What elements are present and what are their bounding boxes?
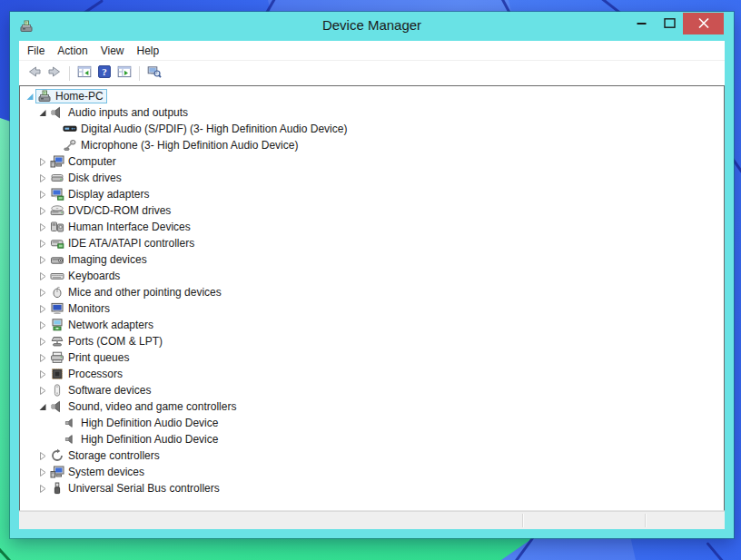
tree-item-content: High Definition Audio Device	[61, 432, 222, 447]
scan-hardware-icon	[147, 64, 162, 82]
maximize-icon	[664, 17, 676, 31]
tree-item-content: Network adapters	[48, 318, 157, 332]
collapse-arrow-icon[interactable]	[36, 107, 48, 118]
tree-item[interactable]: Processors	[20, 366, 724, 382]
tree-item[interactable]: Network adapters	[20, 317, 724, 333]
collapse-arrow-icon[interactable]	[24, 91, 35, 102]
tree-item-content: Audio inputs and outputs	[48, 105, 192, 120]
device-manager-icon	[37, 89, 52, 103]
wallpaper-line	[706, 542, 727, 560]
tree-item-content: Storage controllers	[48, 448, 163, 463]
expand-arrow-icon[interactable]	[36, 467, 48, 477]
tree-item-content: Print queues	[48, 350, 133, 365]
ports-icon	[50, 334, 64, 349]
tree-item-label: Display adapters	[68, 188, 149, 201]
expand-arrow-icon[interactable]	[36, 303, 48, 314]
collapse-arrow-icon[interactable]	[36, 401, 48, 412]
tree-item-label: Storage controllers	[68, 449, 160, 462]
menu-help[interactable]: Help	[131, 43, 166, 59]
expand-arrow-icon[interactable]	[36, 270, 48, 281]
tree-item[interactable]: Imaging devices	[20, 251, 724, 268]
tree-item[interactable]: High Definition Audio Device	[20, 431, 724, 447]
tree-item-label: High Definition Audio Device	[81, 417, 218, 429]
screen: Device Manager FileActionViewHelp ? Home…	[0, 0, 741, 560]
computer-icon	[50, 154, 64, 169]
tree-item[interactable]: Digital Audio (S/PDIF) (3- High Definiti…	[20, 121, 724, 137]
tree-item[interactable]: Sound, video and game controllers	[20, 398, 724, 415]
tree-item[interactable]: Home-PC	[20, 88, 724, 104]
keyboard-icon	[50, 269, 64, 283]
tree-item[interactable]: Disk drives	[20, 170, 724, 186]
tree-item[interactable]: Storage controllers	[20, 447, 724, 464]
microphone-icon	[63, 138, 77, 152]
minimize-button[interactable]	[628, 13, 656, 34]
tree-item[interactable]: Keyboards	[20, 268, 724, 284]
back-button[interactable]	[25, 64, 44, 84]
tree-item[interactable]: IDE ATA/ATAPI controllers	[20, 235, 724, 251]
device-manager-window: Device Manager FileActionViewHelp ? Home…	[10, 12, 734, 538]
titlebar[interactable]: Device Manager	[10, 12, 734, 41]
tree-item-label: System devices	[68, 466, 144, 478]
tree-item-content: DVD/CD-ROM drives	[48, 203, 174, 218]
tree-item-content: Display adapters	[48, 187, 153, 201]
tree-item[interactable]: Display adapters	[20, 186, 724, 202]
tree-item-label: Imaging devices	[68, 253, 147, 266]
tree-item-label: Computer	[68, 155, 116, 168]
tree-item[interactable]: Mice and other pointing devices	[20, 284, 724, 300]
expand-arrow-icon[interactable]	[36, 319, 48, 330]
maximize-button[interactable]	[656, 13, 683, 34]
expand-arrow-icon[interactable]	[36, 368, 48, 379]
menu-action[interactable]: Action	[51, 43, 94, 59]
expand-arrow-icon[interactable]	[36, 352, 48, 363]
tree-item-label: Disk drives	[68, 172, 122, 184]
close-button[interactable]	[683, 13, 724, 34]
menu-bar: FileActionViewHelp	[19, 41, 725, 61]
tree-item-content: Microphone (3- High Definition Audio Dev…	[61, 138, 301, 152]
status-bar	[19, 511, 725, 529]
expand-arrow-icon[interactable]	[36, 172, 48, 183]
expand-arrow-icon[interactable]	[36, 483, 48, 494]
expand-arrow-icon[interactable]	[36, 450, 48, 461]
scan-hardware-button[interactable]	[144, 64, 164, 84]
expand-arrow-icon[interactable]	[36, 221, 48, 232]
forward-button[interactable]	[44, 64, 64, 84]
show-console-tree-button[interactable]	[74, 64, 94, 84]
tree-item[interactable]: Monitors	[20, 300, 724, 317]
tree-item-content: Software devices	[48, 383, 154, 398]
expand-arrow-icon[interactable]	[36, 336, 48, 347]
menu-file[interactable]: File	[21, 43, 51, 59]
tree-item[interactable]: Ports (COM & LPT)	[20, 333, 724, 349]
mouse-icon	[50, 285, 64, 300]
tree-item[interactable]: Universal Serial Bus controllers	[20, 480, 724, 496]
tree-item[interactable]: High Definition Audio Device	[20, 415, 724, 431]
help-button[interactable]: ?	[94, 64, 114, 84]
expand-arrow-icon[interactable]	[36, 254, 48, 265]
close-icon	[698, 17, 709, 31]
tree-item-label: Human Interface Devices	[68, 221, 191, 233]
tree-item[interactable]: Audio inputs and outputs	[20, 104, 724, 121]
tree-item[interactable]: Microphone (3- High Definition Audio Dev…	[20, 137, 724, 153]
tree-item[interactable]: Software devices	[20, 382, 724, 398]
menu-view[interactable]: View	[94, 43, 131, 59]
tree-item[interactable]: Computer	[20, 153, 724, 170]
tree-item-label: Network adapters	[68, 319, 153, 331]
expand-arrow-icon[interactable]	[36, 385, 48, 396]
expand-arrow-icon[interactable]	[36, 205, 48, 216]
expand-arrow-icon[interactable]	[36, 189, 48, 200]
monitor-icon	[50, 301, 64, 316]
tree-item-content: Processors	[48, 367, 126, 381]
tree-item[interactable]: DVD/CD-ROM drives	[20, 202, 724, 219]
expand-arrow-icon[interactable]	[36, 287, 48, 298]
tree-item-content: Universal Serial Bus controllers	[48, 481, 223, 496]
tree-item-label: Digital Audio (S/PDIF) (3- High Definiti…	[81, 123, 347, 135]
tree-item[interactable]: Print queues	[20, 349, 724, 366]
expander-placeholder	[49, 434, 61, 445]
hid-icon	[50, 220, 64, 234]
expand-arrow-icon[interactable]	[36, 238, 48, 249]
expand-arrow-icon[interactable]	[36, 156, 48, 167]
show-action-pane-button[interactable]	[114, 64, 134, 84]
tree-item-label: IDE ATA/ATAPI controllers	[68, 237, 194, 250]
tree-item-label: Mice and other pointing devices	[68, 286, 222, 299]
tree-item[interactable]: System devices	[20, 464, 724, 480]
tree-item[interactable]: Human Interface Devices	[20, 219, 724, 235]
